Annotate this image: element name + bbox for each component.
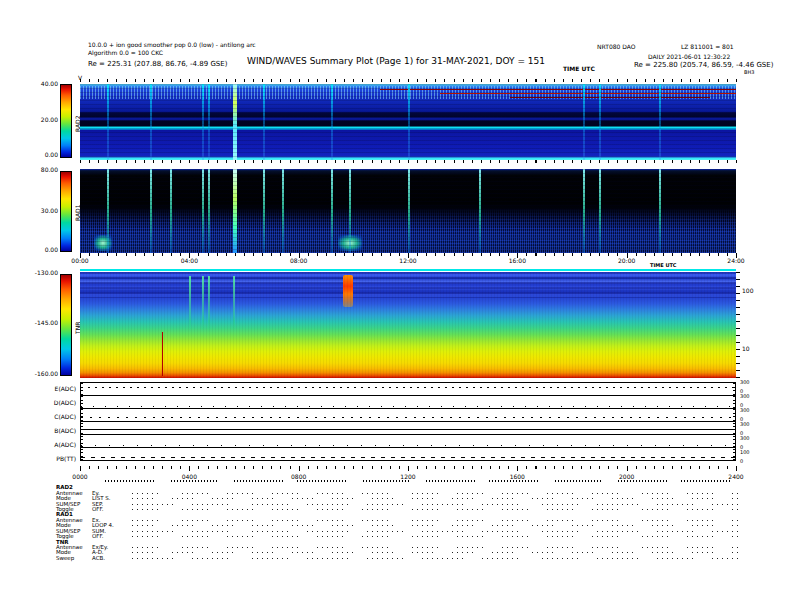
rad2-bottom-ticks xyxy=(80,160,737,163)
colorbar-tick-label: 40.00 xyxy=(26,81,58,87)
status-dots xyxy=(132,536,738,537)
wind-waves-summary-plot: 10.0.0 + ion good smoother pop 0.0 (low)… xyxy=(0,0,792,612)
colorbar-tick-label: -145.00 xyxy=(26,320,58,326)
time-axis-label: 20:00 xyxy=(613,257,641,264)
engineering-panels xyxy=(80,382,736,461)
tnr-right-tick-label: 10 xyxy=(742,346,750,352)
status-dots xyxy=(132,531,738,532)
narrow-panel-right-top: 300 xyxy=(740,394,750,399)
bottom-axis-label: 2400 xyxy=(724,473,748,480)
bottom-axis-label: 1600 xyxy=(505,473,529,480)
narrow-panel-right-bottom: 0 xyxy=(740,459,743,464)
panel-edge-ticks-left xyxy=(81,383,83,395)
colorbar-tick-label: 0.00 xyxy=(26,152,58,158)
tnr-spectrogram xyxy=(80,272,736,378)
colorbar-tick-label: -160.00 xyxy=(26,371,58,377)
narrow-panel-label: D(ADC) xyxy=(36,400,76,406)
time-axis-title: TIME UTC xyxy=(563,65,595,72)
header-daily-timestamp: DAILY 2021-06-01 12:30:22 xyxy=(648,53,730,60)
colorbar-tick-label: 80.00 xyxy=(26,167,58,173)
status-dots xyxy=(132,520,738,521)
rad2-spectrogram xyxy=(80,84,736,160)
status-dots xyxy=(132,552,738,553)
panel-edge-ticks-right xyxy=(733,383,735,395)
colorbar-tick-label: 30.00 xyxy=(26,208,58,214)
panel-data-trace xyxy=(81,445,735,446)
status-dots xyxy=(132,558,738,559)
panel-edge-ticks-right xyxy=(733,448,735,460)
narrow-panel-right-top: 300 xyxy=(740,436,750,441)
housekeeping-dots-row xyxy=(105,480,736,482)
panel-data-trace xyxy=(81,457,735,458)
narrow-panel-label: C(ADC) xyxy=(36,414,76,420)
rad1-scanline-texture xyxy=(80,169,736,253)
bottom-axis-label: 0400 xyxy=(177,473,201,480)
bottom-axis-label: 0800 xyxy=(287,473,311,480)
panel-edge-ticks-left xyxy=(81,422,83,434)
header-lz-note: LZ 811001 = 801 xyxy=(681,43,734,50)
panel-edge-ticks-left xyxy=(81,409,83,421)
panel-data-trace xyxy=(81,429,735,430)
engineering-panel-row xyxy=(81,448,735,461)
time-axis-title-lower: TIME UTC xyxy=(650,262,677,268)
receiver-status-block: RAD2AntennaeEy.ModeLIST S.SUM/SEPSEP.Tog… xyxy=(56,485,738,561)
engineering-panel-row xyxy=(81,396,735,409)
status-dots xyxy=(132,493,738,494)
status-value: ACB. xyxy=(92,556,128,561)
status-dots xyxy=(132,547,738,548)
tnr-vertical-texture xyxy=(80,272,736,378)
top-minor-ticks xyxy=(80,79,737,82)
panel-data-trace xyxy=(81,406,735,407)
engineering-panel-row xyxy=(81,422,735,435)
cyan-separator-line xyxy=(80,269,736,271)
panel-edge-ticks-right xyxy=(733,409,735,421)
time-axis-label: 24:00 xyxy=(722,257,750,264)
rad1-spectrogram xyxy=(80,169,736,253)
tnr-right-tick-label: 100 xyxy=(742,288,753,294)
tnr-colorbar xyxy=(60,274,72,376)
colorbar-tick-label: 20.00 xyxy=(26,117,58,123)
narrow-panel-right-top: 300 xyxy=(740,422,750,427)
time-axis-minor-ticks xyxy=(80,253,737,256)
narrow-panel-right-top: 300 xyxy=(740,380,750,385)
narrow-panel-label: A(ADC) xyxy=(36,442,76,448)
corner-mark-right: BH3 xyxy=(744,69,754,75)
panel-edge-ticks-left xyxy=(81,448,83,460)
panel-edge-ticks-right xyxy=(733,422,735,434)
panel-data-trace xyxy=(81,387,735,388)
bottom-axis-label: 2000 xyxy=(615,473,639,480)
time-axis-label: 16:00 xyxy=(503,257,531,264)
tnr-right-axis-ticks xyxy=(736,272,740,378)
narrow-panel-label: E(ADC) xyxy=(36,386,76,392)
status-dots xyxy=(132,525,738,526)
bottom-axis-label: 0000 xyxy=(68,473,92,480)
engineering-panel-row xyxy=(81,383,735,396)
narrow-panel-right-top: 300 xyxy=(740,408,750,413)
narrow-panel-label: PB(TT) xyxy=(36,456,76,462)
rad2-scanline-texture xyxy=(80,84,736,160)
bottom-axis-label: 1200 xyxy=(396,473,420,480)
bottom-axis-minor-ticks xyxy=(80,466,737,469)
header-nrt-note: NRT080 DAO xyxy=(597,43,635,50)
narrow-panel-right-top: 100 xyxy=(740,450,750,455)
colorbar-tick-label: 0.00 xyxy=(26,247,58,253)
status-dots xyxy=(132,504,738,505)
status-value: OFF. xyxy=(92,534,128,539)
rad2-colorbar xyxy=(60,84,72,158)
colorbar-tick-label: -130.00 xyxy=(26,270,58,276)
time-axis-label: 12:00 xyxy=(394,257,422,264)
engineering-panel-row xyxy=(81,435,735,448)
status-dots xyxy=(132,509,738,510)
status-row: SweepACB. xyxy=(56,556,738,561)
rad1-colorbar xyxy=(60,171,72,252)
narrow-panel-label: B(ADC) xyxy=(36,428,76,434)
header-processing-note: 10.0.0 + ion good smoother pop 0.0 (low)… xyxy=(88,41,256,48)
header-spacecraft-position-right: Re = 225.80 (205.74, 86.59, -4.46 GSE) xyxy=(634,61,773,69)
time-axis-label: 04:00 xyxy=(175,257,203,264)
status-label: Sweep xyxy=(56,556,92,561)
status-dots xyxy=(132,498,738,499)
header-algorithm-note: Algorithm 0.0 = 100 CKC xyxy=(88,49,163,56)
time-axis-label: 08:00 xyxy=(285,257,313,264)
engineering-panel-row xyxy=(81,409,735,422)
status-value: OFF. xyxy=(92,507,128,512)
